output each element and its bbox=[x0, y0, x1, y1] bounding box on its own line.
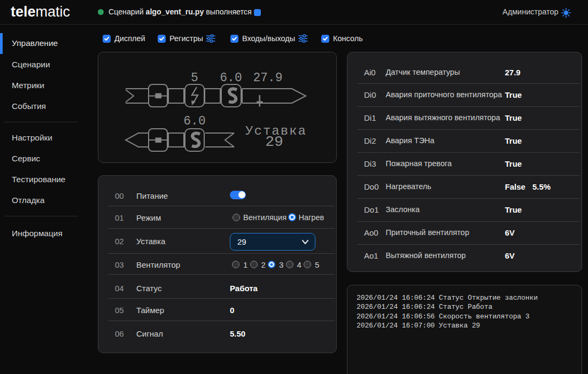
svg-text:6.0: 6.0 bbox=[183, 114, 205, 128]
svg-text:6.0: 6.0 bbox=[220, 71, 242, 85]
svg-text:27.9: 27.9 bbox=[253, 71, 282, 85]
svg-text:29: 29 bbox=[265, 134, 283, 150]
svg-text:5: 5 bbox=[191, 71, 198, 85]
